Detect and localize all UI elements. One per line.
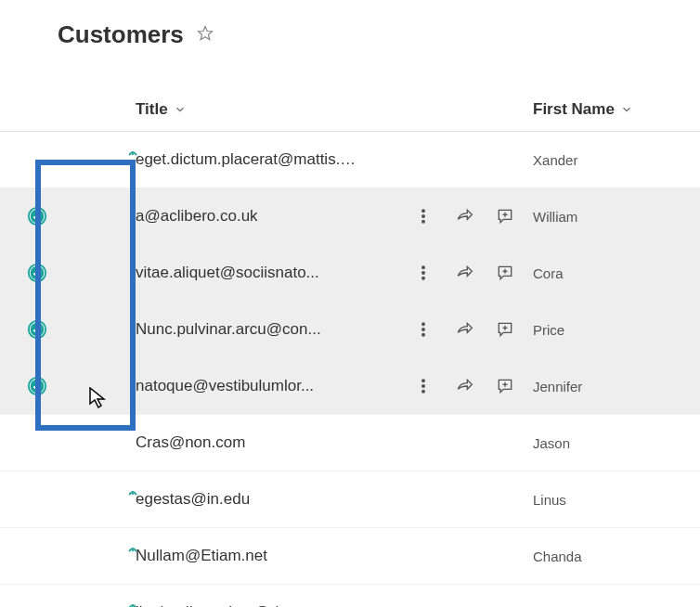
- row-title[interactable]: ligula.elit.pretium@risus.ca: [136, 603, 324, 607]
- row-first-name: Price: [533, 322, 564, 338]
- row-select[interactable]: [0, 319, 74, 340]
- header-first-name-label: First Name: [533, 100, 615, 119]
- table-row[interactable]: ligula.elit.pretium@risus.caHector: [0, 585, 700, 607]
- row-select[interactable]: [0, 376, 74, 396]
- new-item-burst-icon: [127, 596, 138, 607]
- comment-add-icon[interactable]: [496, 377, 514, 395]
- svg-line-37: [134, 549, 136, 551]
- svg-point-27: [422, 380, 425, 382]
- share-icon[interactable]: [455, 377, 473, 395]
- more-options-icon[interactable]: [414, 264, 433, 282]
- share-icon[interactable]: [455, 264, 473, 282]
- header-first-name[interactable]: First Name: [533, 88, 700, 131]
- comment-add-icon[interactable]: [496, 264, 514, 282]
- svg-line-32: [129, 492, 132, 495]
- svg-point-20: [422, 323, 425, 326]
- svg-point-14: [422, 272, 425, 275]
- svg-line-35: [129, 549, 132, 551]
- customers-list: Title First Name eget.dictum.placerat@ma…: [0, 88, 700, 607]
- share-icon[interactable]: [455, 207, 473, 226]
- check-circle-icon[interactable]: [27, 263, 47, 283]
- svg-point-21: [422, 329, 425, 331]
- row-title[interactable]: natoque@vestibulumlor...: [136, 377, 314, 395]
- row-title[interactable]: egestas@in.edu: [136, 490, 250, 509]
- check-circle-icon[interactable]: [27, 319, 47, 340]
- row-first-name: Cora: [533, 265, 564, 281]
- comment-add-icon[interactable]: [496, 207, 514, 226]
- more-options-icon[interactable]: [414, 377, 433, 395]
- check-circle-icon[interactable]: [27, 206, 47, 226]
- share-icon[interactable]: [455, 320, 473, 339]
- row-select[interactable]: [0, 206, 74, 226]
- more-options-icon[interactable]: [414, 207, 433, 226]
- svg-line-34: [134, 492, 136, 495]
- svg-marker-0: [198, 26, 212, 39]
- chevron-down-icon[interactable]: [174, 103, 187, 116]
- row-title[interactable]: Nullam@Etiam.net: [136, 547, 267, 565]
- table-row[interactable]: eget.dictum.placerat@mattis.caXander: [0, 132, 700, 188]
- header-title[interactable]: Title: [74, 88, 356, 131]
- more-options-icon[interactable]: [414, 320, 433, 339]
- row-title[interactable]: Cras@non.com: [136, 433, 245, 452]
- svg-point-5: [31, 210, 45, 224]
- header-title-label: Title: [136, 100, 168, 119]
- svg-line-1: [129, 152, 132, 155]
- svg-point-15: [422, 278, 425, 280]
- table-row[interactable]: Nullam@Etiam.netChanda: [0, 528, 700, 585]
- new-item-burst-icon: [127, 143, 138, 161]
- svg-line-3: [134, 152, 136, 155]
- table-row[interactable]: Nunc.pulvinar.arcu@con...Price: [0, 302, 700, 358]
- row-first-name: Linus: [533, 492, 566, 508]
- svg-point-8: [422, 221, 425, 224]
- comment-add-icon[interactable]: [496, 320, 514, 339]
- header-select-all[interactable]: [0, 88, 74, 131]
- row-title[interactable]: vitae.aliquet@sociisnato...: [136, 264, 319, 282]
- svg-point-28: [422, 385, 425, 388]
- row-first-name: Xander: [533, 152, 577, 168]
- row-title[interactable]: eget.dictum.placerat@mattis.ca: [136, 150, 356, 169]
- svg-point-19: [31, 323, 45, 337]
- table-row[interactable]: natoque@vestibulumlor...Jennifer: [0, 358, 700, 415]
- svg-point-7: [422, 215, 425, 218]
- svg-point-12: [31, 266, 45, 280]
- table-row[interactable]: vitae.aliquet@sociisnato...Cora: [0, 245, 700, 302]
- row-title[interactable]: Nunc.pulvinar.arcu@con...: [136, 320, 321, 339]
- svg-point-22: [422, 334, 425, 337]
- new-item-burst-icon: [127, 483, 138, 501]
- favorite-star-icon[interactable]: [197, 25, 214, 45]
- check-circle-icon[interactable]: [27, 376, 47, 396]
- row-first-name: Chanda: [533, 549, 582, 564]
- row-select[interactable]: [0, 263, 74, 283]
- table-header-row: Title First Name: [0, 88, 700, 132]
- svg-point-13: [422, 266, 425, 269]
- svg-point-6: [422, 210, 425, 213]
- chevron-down-icon[interactable]: [620, 103, 633, 116]
- row-title[interactable]: a@aclibero.co.uk: [136, 207, 258, 226]
- table-row[interactable]: egestas@in.eduLinus: [0, 471, 700, 528]
- new-item-burst-icon: [127, 539, 138, 558]
- page-title: Customers: [58, 20, 184, 49]
- svg-point-26: [31, 380, 45, 394]
- table-row[interactable]: a@aclibero.co.ukWilliam: [0, 188, 700, 245]
- table-row[interactable]: Cras@non.comJason: [0, 415, 700, 471]
- row-first-name: Jason: [533, 435, 570, 451]
- row-first-name: William: [533, 209, 577, 225]
- row-first-name: Jennifer: [533, 379, 582, 394]
- svg-point-29: [422, 391, 425, 394]
